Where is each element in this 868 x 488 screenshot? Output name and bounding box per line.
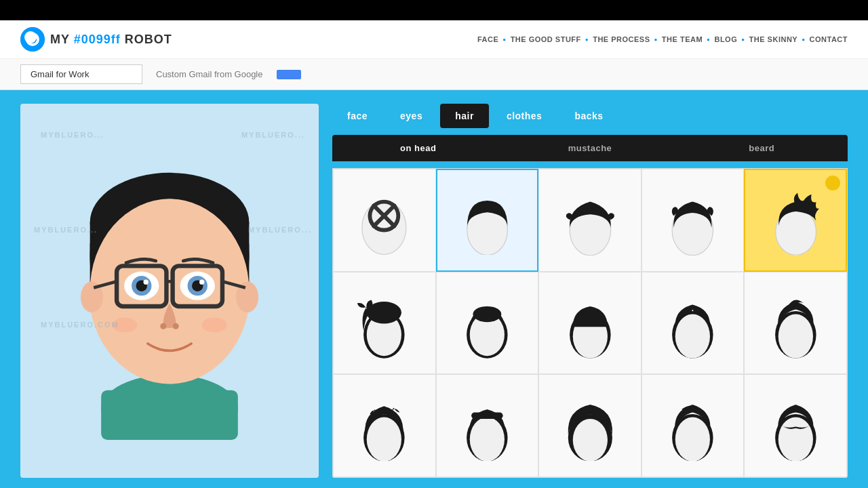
svg-point-3 — [33, 35, 37, 39]
logo[interactable]: MY #0099ff ROBOT — [20, 27, 172, 52]
hair-option-13[interactable] — [642, 374, 745, 477]
nav-dot-1: ● — [502, 37, 506, 43]
svg-point-45 — [473, 306, 501, 322]
hair-option-10[interactable] — [333, 374, 436, 477]
subtab-mustache[interactable]: mustache — [504, 135, 675, 161]
svg-rect-6 — [101, 390, 238, 440]
main-wrapper: MY #0099ff ROBOT face ● THE GOOD STUFF ●… — [0, 20, 868, 488]
logo-icon — [20, 27, 45, 52]
hair-option-2[interactable] — [538, 169, 642, 272]
nav-dot-2: ● — [585, 37, 589, 43]
svg-point-62 — [778, 417, 813, 461]
ad-cta-button[interactable] — [277, 70, 301, 79]
avatar-svg — [41, 142, 298, 440]
svg-point-42 — [367, 302, 401, 324]
svg-point-2 — [28, 35, 37, 43]
nav-blog[interactable]: BLOG — [714, 35, 737, 43]
hair-option-3[interactable] — [642, 169, 745, 272]
controls-panel: face eyes hair clothes backs on head mus… — [332, 104, 848, 478]
svg-point-60 — [675, 417, 710, 461]
nav-dot-3: ● — [654, 37, 658, 43]
svg-point-51 — [778, 314, 813, 359]
nav-the-good-stuff[interactable]: THE GOOD STUFF — [511, 35, 581, 43]
svg-point-32 — [362, 201, 406, 255]
svg-rect-56 — [471, 412, 503, 418]
hair-option-4[interactable] — [744, 169, 847, 272]
tab-clothes[interactable]: clothes — [492, 104, 557, 128]
ad-gmail-label: Gmail for Work — [20, 64, 142, 84]
svg-point-53 — [367, 417, 401, 461]
ad-text: Custom Gmail from Google — [156, 69, 263, 79]
tab-face[interactable]: face — [332, 104, 382, 128]
avatar-display: MYBLUERO... MYBLUERO... MYBLUERO... MYBL… — [20, 104, 319, 478]
hair-option-5[interactable] — [333, 272, 436, 375]
hair-option-7[interactable] — [538, 272, 642, 375]
subtab-beard[interactable]: beard — [676, 135, 848, 161]
tab-backs[interactable]: backs — [559, 104, 618, 128]
svg-point-28 — [160, 323, 166, 329]
navbar: MY #0099ff ROBOT face ● THE GOOD STUFF ●… — [0, 20, 868, 59]
nav-dot-5: ● — [741, 37, 745, 43]
hair-option-12[interactable] — [538, 374, 642, 477]
svg-point-0 — [20, 27, 45, 52]
avatar-section: MYBLUERO... MYBLUERO... MYBLUERO... MYBL… — [0, 90, 868, 488]
svg-point-1 — [26, 33, 39, 46]
svg-point-58 — [572, 419, 607, 462]
svg-point-49 — [675, 314, 710, 359]
watermark-2: MYBLUERO... — [241, 131, 305, 139]
nav-links: face ● THE GOOD STUFF ● THE PROCESS ● TH… — [477, 35, 848, 43]
svg-point-29 — [173, 323, 179, 329]
ad-bar: Gmail for Work Custom Gmail from Google — [0, 59, 868, 90]
nav-the-process[interactable]: THE PROCESS — [593, 35, 650, 43]
subtab-bar: on head mustache beard — [332, 135, 848, 161]
hair-option-14[interactable] — [744, 374, 847, 477]
nav-what-we-do[interactable]: face — [477, 35, 498, 43]
hair-option-none[interactable] — [333, 169, 436, 272]
nav-the-skinny[interactable]: THE SKINNY — [749, 35, 798, 43]
tab-hair[interactable]: hair — [440, 104, 489, 128]
svg-point-55 — [470, 417, 505, 461]
nav-the-team[interactable]: THE TEAM — [662, 35, 703, 43]
hair-grid — [332, 168, 848, 478]
svg-point-26 — [144, 279, 149, 284]
tab-bar: face eyes hair clothes backs — [332, 104, 848, 128]
hair-option-6[interactable] — [436, 272, 539, 375]
hair-option-1[interactable] — [436, 169, 539, 272]
top-black-bar — [0, 0, 868, 20]
svg-point-27 — [199, 279, 204, 284]
nav-dot-6: ● — [802, 37, 805, 43]
hair-option-11[interactable] — [436, 374, 539, 477]
nav-dot-4: ● — [707, 37, 710, 43]
subtab-on-head[interactable]: on head — [332, 135, 504, 161]
nav-contact[interactable]: CONTACT — [810, 35, 848, 43]
tab-eyes[interactable]: eyes — [385, 104, 437, 128]
svg-point-31 — [202, 317, 227, 332]
svg-point-30 — [113, 317, 138, 332]
hair-option-9[interactable] — [744, 272, 847, 375]
logo-text: MY #0099ff ROBOT — [50, 33, 172, 47]
hair-option-8[interactable] — [642, 272, 745, 375]
hair-grid-wrapper — [332, 168, 848, 478]
svg-point-12 — [90, 199, 250, 382]
watermark-1: MYBLUERO... — [41, 131, 104, 139]
